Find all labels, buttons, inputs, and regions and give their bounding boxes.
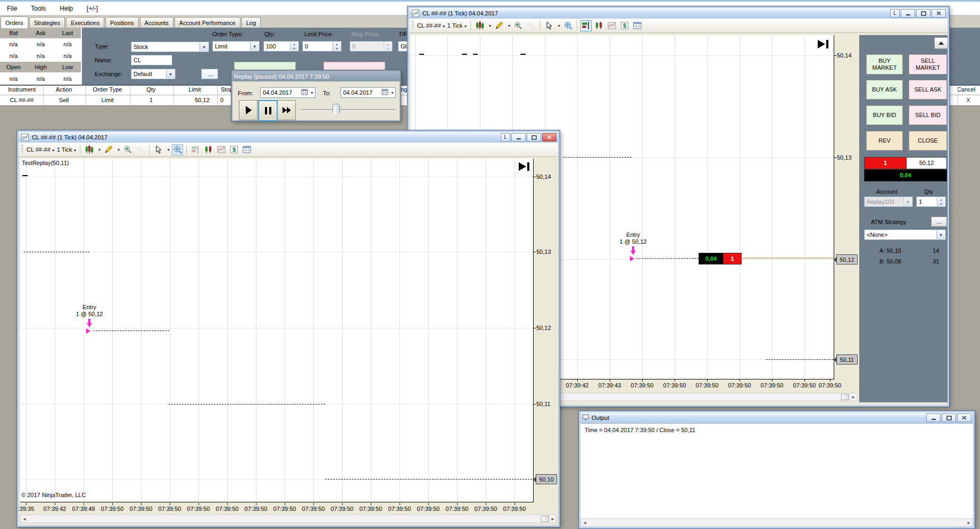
minimize-button[interactable] — [901, 9, 915, 18]
line-chart-icon[interactable] — [606, 20, 617, 31]
chevron-down-icon[interactable]: ▼ — [167, 148, 170, 152]
draw-icon[interactable] — [103, 144, 114, 155]
candlestick-chart-icon[interactable] — [593, 20, 604, 31]
toolbar-grip[interactable] — [21, 145, 23, 154]
tab-log[interactable]: Log — [242, 17, 261, 28]
go-to-last-bar-icon[interactable] — [518, 161, 531, 173]
replay-titlebar[interactable]: Replay (paused) 04.04.2017 7:39:50 — [232, 71, 400, 81]
play-button[interactable] — [239, 100, 258, 120]
order-type-select[interactable]: Limit▼ — [212, 41, 260, 52]
limit-price-spinner[interactable]: 0▲▼ — [302, 41, 342, 52]
cursor-icon[interactable] — [543, 20, 554, 31]
chevron-down-icon[interactable]: ▼ — [488, 24, 492, 28]
output-content[interactable]: Time = 04.04.2017 7:39:50 / Close = 50,1… — [580, 423, 973, 518]
exchange-select[interactable]: Default▼ — [131, 69, 176, 79]
chevron-down-icon[interactable]: ▼ — [903, 197, 912, 206]
pause-button[interactable] — [258, 100, 278, 121]
fast-forward-button[interactable] — [277, 100, 296, 120]
chevron-down-icon[interactable]: ▼ — [557, 24, 561, 28]
calendar-icon[interactable] — [301, 89, 308, 96]
chart1-toolbar[interactable]: CL ##-##▼1 Tick▼▼▼▼$ — [409, 19, 948, 33]
scroll-thumb[interactable] — [541, 516, 549, 522]
minimize-button[interactable] — [926, 414, 941, 422]
data-grid-icon[interactable] — [632, 20, 643, 31]
from-date-picker[interactable]: 04.04.2017 ▼ — [260, 87, 315, 98]
close-button[interactable] — [957, 414, 971, 422]
link-button[interactable]: L — [501, 133, 510, 142]
menu-item-file[interactable]: File — [0, 2, 24, 15]
buy-bid-button[interactable]: BUY BID — [866, 105, 903, 125]
chevron-down-icon[interactable]: ▼ — [117, 148, 120, 152]
output-hscrollbar[interactable]: ◄ ► — [580, 518, 973, 527]
order-cancel-cell[interactable]: X — [966, 97, 970, 103]
chevron-down-icon[interactable]: ▼ — [52, 148, 55, 152]
output-window[interactable]: Output Time = 04.04.2017 7:39:50 / Close… — [579, 411, 975, 528]
interval-selector[interactable]: 1 Tick▼ — [447, 22, 468, 29]
type-select[interactable]: Stock▼ — [131, 42, 209, 52]
name-input[interactable]: CL — [131, 55, 172, 65]
scroll-right-icon[interactable]: ► — [965, 519, 973, 526]
chart2-plot-area[interactable]: Entry1 @ 50,12TestReplay(50,11)© 2017 Ni… — [20, 159, 534, 502]
data-grid-icon[interactable] — [241, 144, 252, 155]
chevron-down-icon[interactable]: ▼ — [200, 43, 208, 51]
spinner-arrows-icon[interactable]: ▲▼ — [290, 42, 298, 51]
scroll-left-icon[interactable]: ◄ — [21, 515, 28, 523]
tab-executions[interactable]: Executions — [66, 17, 104, 28]
chevron-down-icon[interactable]: ▼ — [73, 148, 77, 152]
buy-ask-button[interactable]: BUY ASK — [866, 80, 903, 100]
replay-window[interactable]: Replay (paused) 04.04.2017 7:39:50 From:… — [231, 70, 401, 121]
account-select[interactable]: Replay101▼ — [864, 196, 913, 207]
global-crosshair-icon[interactable] — [562, 20, 574, 31]
tab-positions[interactable]: Positions — [105, 17, 139, 28]
tab-orders[interactable]: Orders — [1, 16, 28, 28]
chart2-time-axis[interactable]: :39:3507:39:4207:39:4907:39:5007:39:5007… — [20, 503, 534, 514]
link-button[interactable]: L — [890, 9, 900, 18]
menu-item-tools[interactable]: Tools — [24, 2, 53, 15]
go-to-last-bar-icon[interactable] — [817, 39, 830, 51]
zoom-in-icon[interactable] — [122, 144, 133, 155]
maximize-button[interactable] — [916, 9, 931, 18]
chart-panels-icon[interactable] — [580, 20, 592, 31]
calendar-icon[interactable] — [381, 89, 388, 96]
bar-style-icon[interactable] — [474, 20, 485, 31]
global-crosshair-icon[interactable] — [172, 144, 183, 155]
close-position-button[interactable]: CLOSE — [909, 131, 947, 151]
exchange-browse-button[interactable]: ... — [201, 69, 218, 79]
chevron-down-icon[interactable]: ▼ — [464, 24, 468, 28]
chevron-down-icon[interactable]: ▼ — [97, 148, 101, 152]
chevron-down-icon[interactable]: ▼ — [391, 91, 394, 95]
menu-item-help[interactable]: Help — [53, 2, 80, 15]
chevron-down-icon[interactable]: ▼ — [166, 70, 175, 78]
chart2-toolbar[interactable]: CL ##-##▼1 Tick▼▼▼▼$ — [19, 143, 558, 157]
reverse-button[interactable]: REV — [866, 131, 903, 151]
chevron-down-icon[interactable]: ▼ — [250, 42, 259, 51]
buy-market-button[interactable]: BUY MARKET — [866, 54, 903, 75]
chevron-down-icon[interactable]: ▼ — [936, 230, 945, 239]
line-chart-icon[interactable] — [215, 144, 227, 155]
chevron-down-icon[interactable]: ▼ — [310, 91, 314, 95]
toolbar-grip[interactable] — [411, 21, 414, 30]
chevron-down-icon[interactable]: ▼ — [507, 24, 511, 28]
to-date-picker[interactable]: 04.04.2017 ▼ — [340, 87, 396, 98]
qty-spinner[interactable]: 100▲▼ — [263, 41, 299, 52]
draw-icon[interactable] — [493, 20, 504, 31]
data-series-icon[interactable]: $ — [228, 144, 239, 155]
sell-bid-button[interactable]: SELL BID — [909, 105, 947, 125]
chart2-hscrollbar[interactable]: ◄ ► — [20, 515, 557, 523]
zoom-out-icon[interactable] — [525, 20, 536, 31]
instrument-selector[interactable]: CL ##-##▼ — [417, 22, 446, 29]
panel-collapse-button[interactable] — [934, 37, 948, 49]
chart2-price-axis[interactable]: 50,1450,1350,1250,1150,10 — [534, 159, 557, 504]
chart1-price-axis[interactable]: 50,1450,1350,1250,11 — [834, 35, 858, 381]
atm-browse-button[interactable]: ... — [931, 217, 947, 227]
chart-panels-icon[interactable] — [190, 144, 201, 155]
tab-accounts[interactable]: Accounts — [140, 17, 173, 28]
close-button[interactable] — [542, 133, 557, 142]
scroll-left-icon[interactable]: ◄ — [581, 519, 588, 526]
bar-style-icon[interactable] — [84, 144, 95, 155]
sell-market-button[interactable]: SELL MARKET — [909, 54, 947, 75]
interval-selector[interactable]: 1 Tick▼ — [57, 146, 77, 153]
zoom-in-icon[interactable] — [512, 20, 524, 31]
maximize-button[interactable] — [527, 133, 541, 142]
data-series-icon[interactable]: $ — [619, 20, 630, 31]
